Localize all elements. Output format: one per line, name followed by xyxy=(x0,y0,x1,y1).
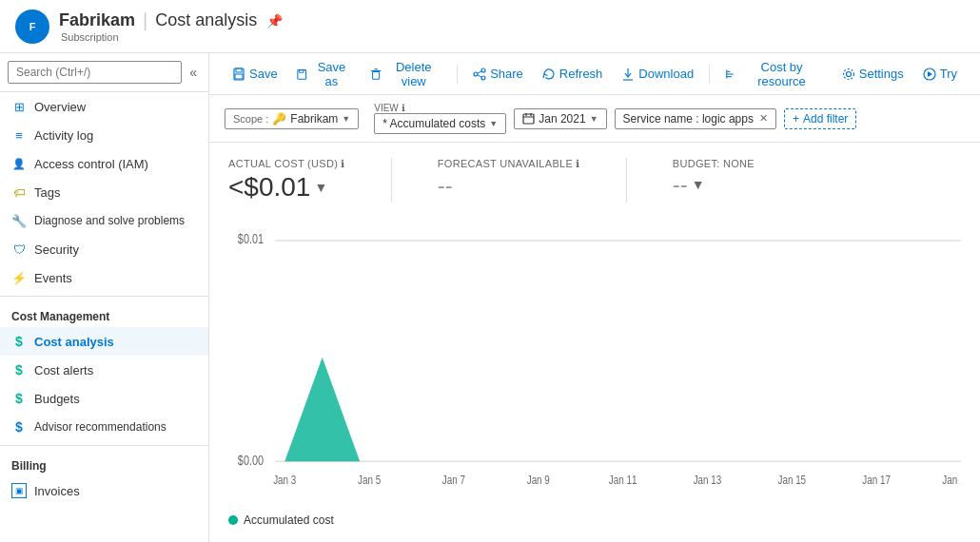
view-chevron-icon: ▼ xyxy=(489,119,498,128)
brand-name: Fabrikam xyxy=(59,10,135,30)
pin-icon[interactable]: 📌 xyxy=(266,13,283,29)
metrics-row: ACTUAL COST (USD) ℹ <$0.01 ▼ FORECAST UN… xyxy=(228,158,961,203)
date-chevron-icon: ▼ xyxy=(590,114,598,124)
sidebar-item-overview[interactable]: ⊞ Overview xyxy=(0,92,208,121)
add-filter-button[interactable]: + Add filter xyxy=(784,108,856,129)
content-area: Save Save as Delete view Share Refresh xyxy=(209,53,980,542)
header-meta: Subscription xyxy=(61,31,283,43)
date-value: Jan 2021 xyxy=(539,112,585,126)
billing-section-label: Billing xyxy=(0,450,208,476)
sidebar-item-label: Activity log xyxy=(34,128,93,143)
sidebar-item-invoices[interactable]: ▣ Invoices xyxy=(0,476,208,505)
delete-icon xyxy=(370,68,382,81)
main-layout: « ⊞ Overview ≡ Activity log 👤 Access con… xyxy=(0,53,980,542)
service-filter-close-icon[interactable]: ✕ xyxy=(759,112,768,125)
service-filter[interactable]: Service name : logic apps ✕ xyxy=(615,108,776,129)
cost-chart: $0.01 $0.00 Jan 3 Jan 5 Jan 7 Jan 9 Jan … xyxy=(228,218,961,510)
nav-section: ⊞ Overview ≡ Activity log 👤 Access contr… xyxy=(0,92,208,292)
scope-label: Scope : xyxy=(233,113,268,125)
sidebar-item-label: Advisor recommendations xyxy=(34,420,167,434)
calendar-icon xyxy=(522,112,535,125)
filter-bar: Scope : 🔑 Fabrikam ▼ VIEW ℹ * Accumulate… xyxy=(209,95,980,143)
svg-text:Jan 17: Jan 17 xyxy=(862,473,891,487)
try-button[interactable]: Try xyxy=(915,63,965,85)
sidebar-item-activity-log[interactable]: ≡ Activity log xyxy=(0,121,208,149)
sidebar-item-tags[interactable]: 🏷 Tags xyxy=(0,178,208,206)
actual-cost-metric: ACTUAL COST (USD) ℹ <$0.01 ▼ xyxy=(228,158,345,203)
date-filter[interactable]: Jan 2021 ▼ xyxy=(514,108,606,129)
sidebar-item-events[interactable]: ⚡ Events xyxy=(0,263,208,292)
svg-rect-24 xyxy=(523,114,534,124)
cost-by-resource-button[interactable]: Cost by resource xyxy=(717,56,831,92)
sidebar-item-label: Access control (IAM) xyxy=(34,157,148,171)
forecast-value: -- xyxy=(438,172,580,199)
metric-separator-2 xyxy=(626,158,627,203)
save-button[interactable]: Save xyxy=(225,63,285,85)
tags-icon: 🏷 xyxy=(11,184,27,200)
sidebar-item-label: Security xyxy=(34,242,79,257)
share-button[interactable]: Share xyxy=(465,63,531,85)
sidebar-item-cost-alerts[interactable]: $ Cost alerts xyxy=(0,356,208,384)
svg-text:Jan 3: Jan 3 xyxy=(273,473,296,487)
sidebar-item-cost-analysis[interactable]: $ Cost analysis xyxy=(0,327,208,356)
sidebar-item-label: Events xyxy=(34,271,72,285)
cost-by-resource-icon xyxy=(725,68,736,81)
sidebar-item-budgets[interactable]: $ Budgets xyxy=(0,384,208,413)
svg-point-21 xyxy=(846,71,851,76)
scope-value: Fabrikam xyxy=(290,112,338,126)
metric-separator-1 xyxy=(391,158,392,203)
page-title: Cost analysis xyxy=(155,10,257,30)
save-icon xyxy=(232,68,245,81)
cost-analysis-icon: $ xyxy=(11,334,27,349)
svg-text:F: F xyxy=(29,21,36,32)
download-button[interactable]: Download xyxy=(614,63,701,85)
sidebar-item-diagnose[interactable]: 🔧 Diagnose and solve problems xyxy=(0,206,208,235)
chart-legend: Accumulated cost xyxy=(228,513,961,527)
actual-cost-value: <$0.01 ▼ xyxy=(228,172,345,203)
search-input[interactable] xyxy=(8,61,182,84)
app-header: F Fabrikam | Cost analysis 📌 Subscriptio… xyxy=(0,0,980,53)
actual-cost-chevron-icon: ▼ xyxy=(314,180,327,195)
view-filter[interactable]: * Accumulated costs ▼ xyxy=(374,113,506,134)
save-as-button[interactable]: Save as xyxy=(289,56,359,92)
sidebar-item-access-control[interactable]: 👤 Access control (IAM) xyxy=(0,149,208,178)
collapse-button[interactable]: « xyxy=(186,61,201,84)
download-icon xyxy=(621,68,635,81)
cost-alerts-icon: $ xyxy=(11,362,27,377)
refresh-button[interactable]: Refresh xyxy=(535,63,611,85)
advisor-icon: $ xyxy=(11,419,27,435)
svg-point-10 xyxy=(474,72,478,76)
svg-text:Jan 19: Jan 19 xyxy=(942,473,961,487)
legend-label: Accumulated cost xyxy=(244,513,334,527)
settings-button[interactable]: Settings xyxy=(834,63,911,85)
sidebar-item-advisor[interactable]: $ Advisor recommendations xyxy=(0,413,208,441)
add-filter-plus-icon: + xyxy=(793,112,799,126)
activity-log-icon: ≡ xyxy=(11,127,27,143)
budget-chevron-icon: ▼ xyxy=(692,177,705,192)
sidebar-item-label: Budgets xyxy=(34,392,80,406)
sidebar: « ⊞ Overview ≡ Activity log 👤 Access con… xyxy=(0,53,209,542)
view-value: * Accumulated costs xyxy=(382,117,485,130)
svg-text:Jan 5: Jan 5 xyxy=(358,473,382,487)
sidebar-item-label: Diagnose and solve problems xyxy=(34,214,185,227)
sidebar-item-security[interactable]: 🛡 Security xyxy=(0,235,208,263)
svg-text:Jan 9: Jan 9 xyxy=(527,473,550,487)
svg-point-11 xyxy=(481,68,485,72)
budget-label: BUDGET: NONE xyxy=(673,158,755,169)
svg-text:Jan 11: Jan 11 xyxy=(609,473,637,487)
scope-key-icon: 🔑 xyxy=(272,112,286,126)
svg-text:$0.01: $0.01 xyxy=(238,230,264,246)
scope-filter[interactable]: Scope : 🔑 Fabrikam ▼ xyxy=(225,108,359,129)
chart-area: ACTUAL COST (USD) ℹ <$0.01 ▼ FORECAST UN… xyxy=(209,143,980,542)
view-section: VIEW ℹ * Accumulated costs ▼ xyxy=(374,103,506,134)
sidebar-item-label: Cost alerts xyxy=(34,363,93,377)
svg-text:Jan 13: Jan 13 xyxy=(694,473,722,487)
toolbar-sep-2 xyxy=(709,65,710,84)
svg-line-14 xyxy=(478,75,481,77)
svg-text:Jan 7: Jan 7 xyxy=(442,473,465,487)
toolbar: Save Save as Delete view Share Refresh xyxy=(209,53,980,95)
sidebar-item-label: Cost analysis xyxy=(34,335,114,349)
delete-view-button[interactable]: Delete view xyxy=(363,56,449,92)
share-icon xyxy=(473,68,486,81)
svg-line-13 xyxy=(478,71,481,73)
